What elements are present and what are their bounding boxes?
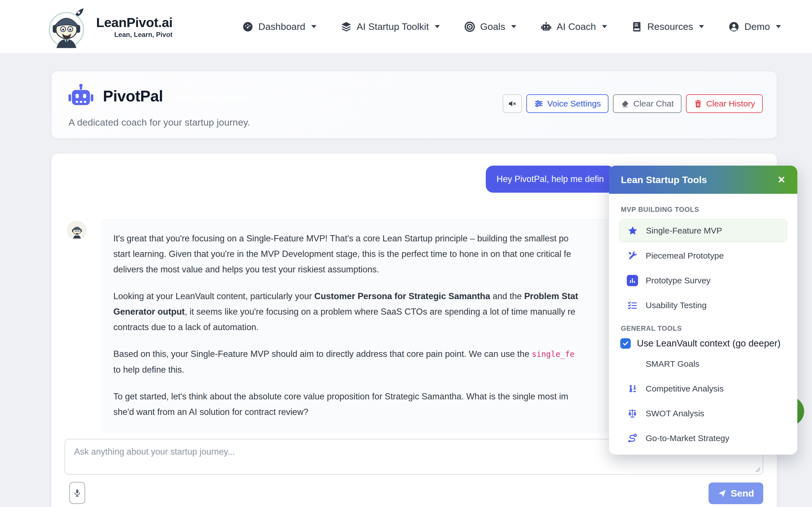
chevron-down-icon <box>602 25 607 28</box>
tool-item-label: Prototype Survey <box>646 276 711 285</box>
speaker-muted-icon <box>507 99 517 108</box>
text: she'd want from an AI solution for contr… <box>113 407 308 417</box>
bold-text: Problem Stat <box>524 291 578 301</box>
crossed-tools-icon <box>626 250 639 262</box>
text: Looking at your LeanVault content, parti… <box>113 291 314 301</box>
use-leanvault-label: Use LeanVault context (go deeper) <box>637 338 780 349</box>
coach-actions: Voice Settings Clear Chat Clear History <box>503 94 763 113</box>
brand-tagline: Lean, Learn, Pivot <box>114 31 172 39</box>
text: contracts due to a lack of automation. <box>113 322 259 332</box>
checkbox-checked-icon[interactable] <box>620 338 631 349</box>
bold-text: Generator output <box>113 307 185 317</box>
nav-item-goals[interactable]: Goals <box>464 21 516 33</box>
chevron-down-icon <box>699 25 704 28</box>
checklist-icon <box>626 300 639 311</box>
microphone-icon <box>73 489 82 497</box>
brand[interactable]: LeanPivot.ai Lean, Learn, Pivot <box>44 3 172 50</box>
close-icon[interactable]: ✕ <box>777 174 786 185</box>
tools-panel-header: Lean Startup Tools ✕ <box>609 166 797 194</box>
stage-badge: MVP Development <box>179 94 248 103</box>
coach-header-card: PivotPal MVP Development A dedicated coa… <box>51 71 777 138</box>
clear-chat-label: Clear Chat <box>633 99 673 108</box>
nav-item-resources[interactable]: Resources <box>631 21 704 33</box>
lean-startup-tools-panel: Lean Startup Tools ✕ MVP BUILDING TOOLSS… <box>609 166 797 455</box>
text: Based on this, your Single-Feature MVP s… <box>113 349 532 359</box>
tool-item-label: Usability Testing <box>646 300 707 310</box>
chess-icon <box>626 383 639 394</box>
route-icon <box>626 433 639 444</box>
robot-icon <box>541 21 552 33</box>
nav-item-label: AI Coach <box>557 21 596 32</box>
eraser-icon <box>620 99 629 108</box>
book-icon <box>631 21 643 33</box>
tools-panel-title: Lean Startup Tools <box>621 174 707 185</box>
empty-icon-slot <box>626 358 639 370</box>
user-message-bubble: Hey PivotPal, help me defin <box>486 166 615 193</box>
nav-item-label: Demo <box>744 21 770 32</box>
tool-item-usability-testing[interactable]: Usability Testing <box>619 294 787 317</box>
code-snippet: single_fe <box>532 349 574 359</box>
nav-item-demo[interactable]: Demo <box>728 21 781 33</box>
bar-chart-icon <box>626 275 639 286</box>
dashboard-icon <box>242 21 253 33</box>
chevron-down-icon <box>435 25 440 28</box>
tool-item-label: Go-to-Market Strategy <box>646 434 729 443</box>
pivotpal-robot-icon <box>67 82 94 110</box>
assistant-avatar <box>67 221 86 240</box>
chevron-down-icon <box>311 25 316 28</box>
text: It's great that you're focusing on a Sin… <box>113 233 569 243</box>
chevron-down-icon <box>776 25 781 28</box>
tool-item-label: Piecemeal Prototype <box>646 251 724 261</box>
nav-item-dashboard[interactable]: Dashboard <box>242 21 316 33</box>
bold-text: Customer Persona for Strategic Samantha <box>314 291 490 301</box>
tool-item-label: Competitive Analysis <box>646 384 724 393</box>
microphone-button[interactable] <box>69 482 85 504</box>
target-icon <box>464 21 475 33</box>
send-label: Send <box>730 488 754 499</box>
nav-item-ai-startup-toolkit[interactable]: AI Startup Toolkit <box>341 21 440 33</box>
clear-history-button[interactable]: Clear History <box>686 94 763 113</box>
mascot-logo-icon <box>44 3 91 50</box>
voice-settings-label: Voice Settings <box>547 99 601 108</box>
section-label-general-tools: GENERAL TOOLS <box>621 325 787 332</box>
paper-plane-icon <box>718 489 726 498</box>
nav-item-label: Resources <box>647 21 693 32</box>
nav-item-ai-coach[interactable]: AI Coach <box>541 21 607 33</box>
send-button[interactable]: Send <box>709 483 763 504</box>
text: and the <box>490 291 524 301</box>
textarea-resize-handle[interactable] <box>754 465 761 473</box>
tool-item-piecemeal-prototype[interactable]: Piecemeal Prototype <box>619 244 787 267</box>
text: , it seems like you're focusing on a pro… <box>185 307 575 317</box>
text: delivers the most value and helps you te… <box>113 265 379 274</box>
clear-chat-button[interactable]: Clear Chat <box>613 94 681 113</box>
leanpivot-app: LeanPivot.ai Lean, Learn, Pivot Dashboar… <box>0 0 812 507</box>
tool-item-competitive-analysis[interactable]: Competitive Analysis <box>619 378 787 400</box>
user-icon <box>728 21 740 33</box>
brand-name: LeanPivot.ai <box>96 15 172 30</box>
tool-item-prototype-survey[interactable]: Prototype Survey <box>619 269 787 292</box>
nav-menu: DashboardAI Startup ToolkitGoalsAI Coach… <box>242 21 781 33</box>
page-title: PivotPal <box>103 87 163 105</box>
chevron-down-icon <box>511 25 516 28</box>
tool-item-swot-analysis[interactable]: SWOT Analysis <box>619 402 787 425</box>
trash-icon <box>694 99 703 108</box>
text: start learning. Given that you're in the… <box>113 249 571 259</box>
mute-button[interactable] <box>503 94 522 113</box>
section-label-mvp-building-tools: MVP BUILDING TOOLS <box>621 206 787 214</box>
nav-item-label: Dashboard <box>258 21 305 32</box>
tool-item-single-feature-mvp[interactable]: Single-Feature MVP <box>619 219 787 242</box>
tool-item-label: SMART Goals <box>646 359 700 369</box>
tool-item-label: Single-Feature MVP <box>646 226 722 235</box>
scale-icon <box>626 408 639 419</box>
tool-item-label: SWOT Analysis <box>646 409 704 418</box>
voice-settings-button[interactable]: Voice Settings <box>526 94 608 113</box>
tool-item-smart-goals[interactable]: SMART Goals <box>619 353 787 375</box>
layers-icon <box>341 21 352 33</box>
nav-item-label: AI Startup Toolkit <box>357 21 429 32</box>
use-leanvault-checkbox-row[interactable]: Use LeanVault context (go deeper) <box>620 338 787 349</box>
top-nav: LeanPivot.ai Lean, Learn, Pivot Dashboar… <box>0 0 812 54</box>
nav-item-label: Goals <box>480 21 505 32</box>
text: To get started, let's think about the ab… <box>113 392 568 401</box>
clear-history-label: Clear History <box>706 99 755 108</box>
tool-item-go-to-market-strategy[interactable]: Go-to-Market Strategy <box>619 427 787 450</box>
